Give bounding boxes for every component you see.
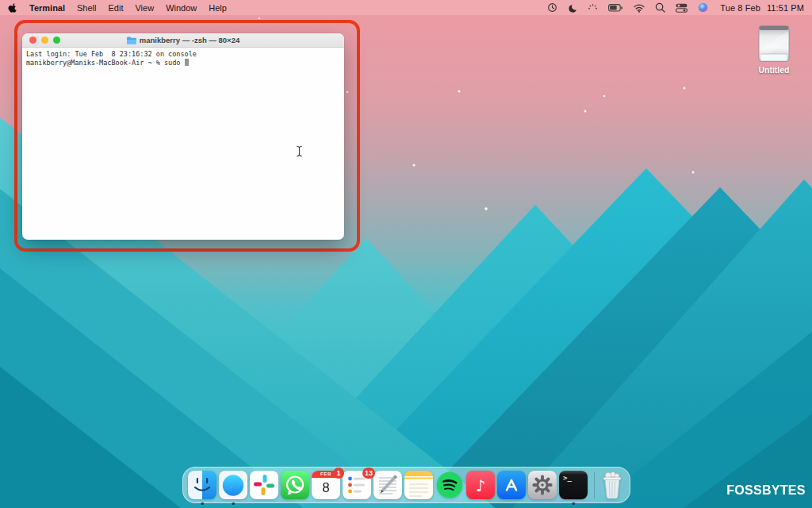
minimize-button[interactable] bbox=[41, 37, 48, 44]
menu-app-terminal[interactable]: Terminal bbox=[29, 3, 65, 13]
focus-moon-icon[interactable] bbox=[568, 3, 577, 13]
terminal-window: manikberry — -zsh — 80×24 Last login: Tu… bbox=[22, 33, 344, 240]
untitled-disk-icon[interactable] bbox=[756, 25, 792, 64]
terminal-app-icon: >_ bbox=[559, 471, 588, 499]
dock-system-preferences[interactable] bbox=[528, 471, 557, 499]
dock-reminders[interactable]: 13 bbox=[343, 471, 371, 499]
ibeam-cursor bbox=[296, 145, 303, 157]
dock-safari[interactable] bbox=[219, 471, 247, 499]
running-indicator bbox=[201, 502, 204, 506]
menubar-time: 11:51 PM bbox=[767, 3, 804, 13]
running-indicator bbox=[232, 502, 235, 506]
dock-spotify[interactable] bbox=[435, 471, 464, 499]
menu-window[interactable]: Window bbox=[166, 3, 197, 13]
terminal-titlebar[interactable]: manikberry — -zsh — 80×24 bbox=[22, 33, 344, 48]
menubar-date: Tue 8 Feb bbox=[720, 3, 760, 13]
dock-finder[interactable] bbox=[188, 471, 216, 499]
menu-shell[interactable]: Shell bbox=[77, 3, 96, 13]
dock-slack[interactable] bbox=[250, 471, 278, 499]
dock-notes[interactable] bbox=[404, 471, 433, 499]
dock-whatsapp[interactable] bbox=[281, 471, 309, 499]
menu-view[interactable]: View bbox=[135, 3, 154, 13]
terminal-output: Last login: Tue Feb 8 23:16:32 on consol… bbox=[26, 50, 340, 59]
menu-edit[interactable]: Edit bbox=[109, 3, 124, 13]
finder-icon bbox=[188, 471, 216, 499]
notes-icon bbox=[404, 471, 433, 499]
folder-icon bbox=[127, 37, 136, 44]
dock-trash[interactable] bbox=[601, 471, 626, 499]
music-note-glyph: ♪ bbox=[476, 476, 486, 495]
close-button[interactable] bbox=[29, 37, 36, 44]
dock-app-store[interactable] bbox=[497, 471, 526, 499]
terminal-content[interactable]: Last login: Tue Feb 8 23:16:32 on consol… bbox=[22, 48, 344, 70]
safari-icon bbox=[219, 471, 247, 499]
clock-icon[interactable] bbox=[547, 2, 557, 13]
wifi-icon[interactable] bbox=[634, 3, 645, 13]
spotify-icon bbox=[435, 471, 464, 499]
menubar-clock[interactable]: Tue 8 Feb 11:51 PM bbox=[720, 3, 804, 13]
slack-icon bbox=[250, 471, 278, 499]
running-indicator bbox=[572, 502, 575, 506]
dock: FEB 8 1 13 bbox=[182, 467, 630, 503]
terminal-glyph: >_ bbox=[563, 474, 572, 482]
terminal-cursor bbox=[185, 59, 189, 66]
spotlight-search-icon[interactable] bbox=[655, 2, 665, 13]
dock-calendar[interactable]: FEB 8 1 bbox=[312, 471, 340, 499]
dock-terminal[interactable]: >_ bbox=[559, 471, 588, 499]
whatsapp-icon bbox=[281, 471, 309, 499]
app-store-icon bbox=[497, 471, 526, 499]
zoom-button[interactable] bbox=[53, 37, 60, 44]
calendar-badge: 1 bbox=[333, 468, 344, 479]
terminal-prompt-line: manikberry@Maniks-MacBook-Air ~ % sudo bbox=[26, 59, 340, 67]
control-center-icon[interactable] bbox=[676, 3, 688, 13]
menu-bar: Terminal Shell Edit View Window Help bbox=[0, 0, 812, 15]
window-title: manikberry — -zsh — 80×24 bbox=[140, 36, 239, 44]
calendar-day: 8 bbox=[312, 478, 340, 498]
siri-icon[interactable] bbox=[698, 2, 708, 13]
terminal-prompt: manikberry@Maniks-MacBook-Air ~ % sudo bbox=[26, 59, 185, 67]
macos-desktop: Terminal Shell Edit View Window Help bbox=[0, 0, 812, 508]
disk-label[interactable]: Untitled bbox=[744, 65, 804, 75]
apple-logo-icon[interactable] bbox=[8, 2, 17, 13]
menu-help[interactable]: Help bbox=[209, 3, 227, 13]
watermark: FOSSBYTES bbox=[726, 483, 806, 498]
battery-icon[interactable] bbox=[608, 3, 623, 13]
apple-music-icon: ♪ bbox=[466, 471, 495, 499]
textedit-icon bbox=[373, 471, 402, 499]
dock-music[interactable]: ♪ bbox=[466, 471, 495, 499]
trash-full-icon bbox=[601, 471, 623, 499]
system-preferences-icon bbox=[528, 471, 557, 499]
window-title-area: manikberry — -zsh — 80×24 bbox=[70, 36, 297, 44]
dock-divider bbox=[594, 471, 595, 498]
reminders-badge: 13 bbox=[362, 468, 375, 479]
dock-textedit[interactable] bbox=[373, 471, 402, 499]
keyboard-brightness-icon[interactable] bbox=[588, 3, 598, 12]
